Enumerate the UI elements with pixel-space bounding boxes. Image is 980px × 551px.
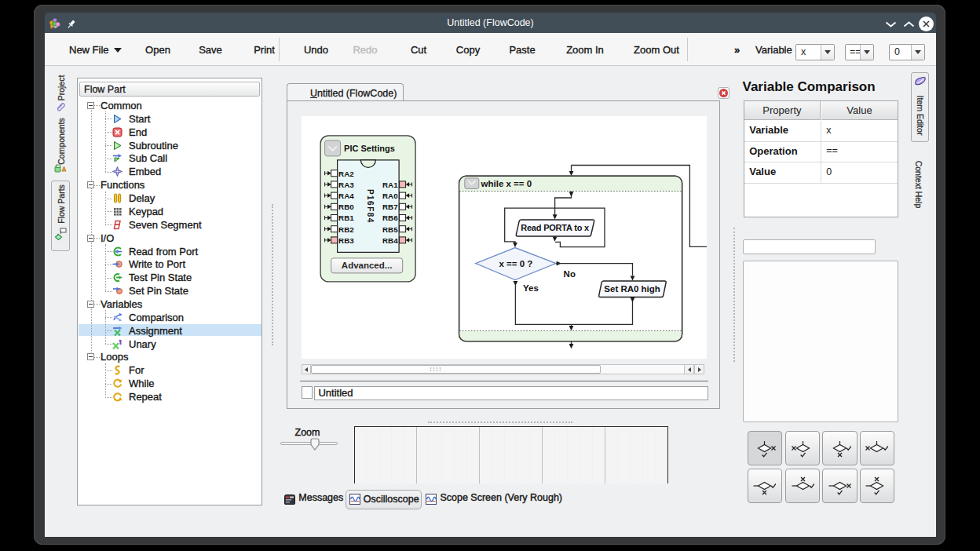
svg-text:RA2: RA2 bbox=[338, 170, 354, 178]
svg-text:RB4: RB4 bbox=[382, 236, 398, 245]
svg-text:RB5: RB5 bbox=[382, 225, 398, 234]
svg-text:P16F84: P16F84 bbox=[365, 189, 374, 224]
svg-text:No: No bbox=[563, 269, 575, 279]
svg-text:RB1: RB1 bbox=[338, 214, 354, 223]
svg-text:Yes: Yes bbox=[523, 283, 539, 293]
svg-text:RA1: RA1 bbox=[382, 181, 398, 189]
svg-text:PIC Settings: PIC Settings bbox=[344, 144, 395, 153]
svg-text:RB3: RB3 bbox=[338, 236, 354, 245]
svg-text:RA4: RA4 bbox=[338, 192, 354, 200]
svg-text:RB7: RB7 bbox=[382, 203, 398, 211]
svg-text:Set RA0 high: Set RA0 high bbox=[604, 284, 660, 294]
svg-text:while x == 0: while x == 0 bbox=[480, 179, 531, 188]
svg-text:RB0: RB0 bbox=[338, 203, 354, 211]
svg-text:RB6: RB6 bbox=[382, 214, 398, 223]
svg-text:Read PORTA to x: Read PORTA to x bbox=[521, 223, 590, 232]
svg-text:RA0: RA0 bbox=[382, 192, 398, 200]
svg-text:RA3: RA3 bbox=[338, 181, 354, 189]
svg-text:x == 0 ?: x == 0 ? bbox=[499, 259, 532, 268]
svg-text:Advanced...: Advanced... bbox=[342, 261, 392, 270]
svg-text:RB2: RB2 bbox=[338, 225, 354, 234]
